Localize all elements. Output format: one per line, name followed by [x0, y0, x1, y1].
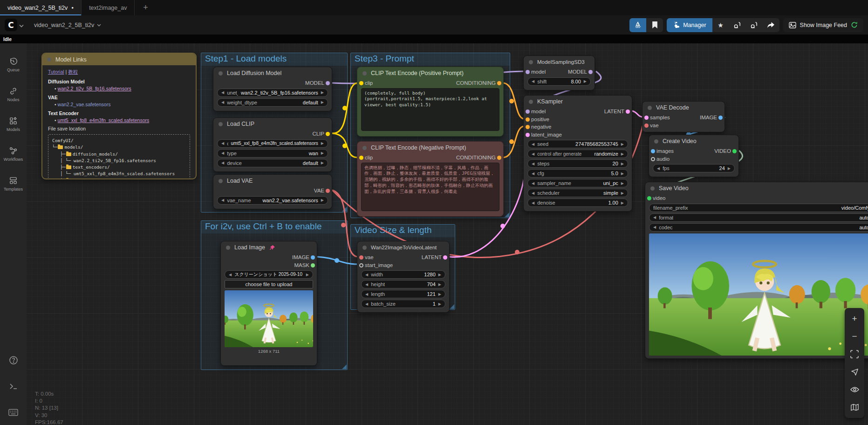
choose-file-button[interactable]: choose file to upload	[225, 280, 313, 288]
output-port-video[interactable]	[732, 149, 737, 153]
node-wan22-image-to-video-latent[interactable]: Wan22ImageToVideoLatent vae LATENT start…	[357, 241, 450, 313]
output-port-model[interactable]	[326, 81, 330, 85]
model-link[interactable]: wan2.2_ti2v_5B_fp16.safetensors	[58, 86, 131, 91]
node-clip-text-encode-negative[interactable]: CLIP Text Encode (Negative Prompt) clip …	[357, 141, 504, 217]
widget-denoise[interactable]: ◀denoise1.00▶	[527, 199, 628, 207]
output-port-latent[interactable]	[443, 255, 447, 260]
input-port-clip[interactable]	[359, 81, 363, 85]
collapse-dot[interactable]	[529, 60, 533, 64]
output-port-model[interactable]	[588, 70, 593, 74]
node-vae-decode[interactable]: VAE Decode samples IMAGE vae	[642, 101, 725, 132]
collapse-dot[interactable]	[362, 71, 367, 75]
widget-steps[interactable]: ◀steps20▶	[527, 159, 628, 168]
node-ksampler[interactable]: KSampler model LATENT positive negative …	[523, 95, 632, 212]
group-title[interactable]: Video Size & length	[351, 225, 455, 237]
sidebar-item-templates[interactable]: Templates	[0, 169, 27, 198]
widget-weight-dtype[interactable]: ◀weight_dtypedefault▶	[217, 98, 328, 107]
widget-scheduler[interactable]: ◀schedulersimple▶	[527, 189, 628, 197]
collapse-dot[interactable]	[529, 100, 533, 104]
widget-fps[interactable]: ◀fps24▶	[653, 164, 735, 172]
terminal-button[interactable]	[0, 374, 27, 399]
sidebar-item-workflows[interactable]: Workflows	[0, 139, 27, 168]
widget-batch-size[interactable]: ◀batch_size1▶	[361, 300, 445, 308]
input-port-vae[interactable]	[359, 255, 363, 260]
video-preview[interactable]	[649, 233, 868, 356]
output-port-image[interactable]	[311, 255, 315, 260]
widget-shift[interactable]: ◀shift8.00▶	[527, 77, 591, 86]
collapse-dot[interactable]	[362, 246, 367, 250]
widget-codec[interactable]: ◀codecauto▶	[649, 223, 868, 232]
group-title[interactable]: For i2v, use Ctrl + B to enable	[201, 221, 347, 233]
node-load-vae[interactable]: Load VAE VAE ◀vae_namewan2.2_vae.safeten…	[213, 174, 332, 209]
widget-format[interactable]: ◀formatauto▶	[649, 213, 868, 222]
input-port-audio[interactable]	[651, 157, 655, 161]
input-port-negative[interactable]	[526, 125, 530, 129]
output-port-mask[interactable]	[311, 263, 315, 267]
sidebar-item-models[interactable]: Models	[0, 110, 27, 138]
widget-height[interactable]: ◀height704▶	[361, 280, 445, 288]
node-load-image[interactable]: Load Image IMAGE MASK ◀スクリーンショット 2025-09…	[220, 241, 317, 366]
model-link[interactable]: wan2.2_vae.safetensors	[58, 102, 111, 107]
output-port-conditioning[interactable]	[497, 156, 501, 160]
input-port-vae[interactable]	[644, 123, 649, 128]
widget-length[interactable]: ◀length121▶	[361, 290, 445, 298]
collapse-dot[interactable]	[648, 106, 652, 110]
widget-sampler-name[interactable]: ◀sampler_nameuni_pc▶	[527, 179, 628, 187]
collapse-dot[interactable]	[362, 146, 367, 150]
collapse-dot[interactable]	[226, 246, 230, 250]
new-tab-button[interactable]: +	[135, 0, 156, 15]
help-button[interactable]	[0, 348, 27, 373]
collapse-dot[interactable]	[219, 179, 223, 183]
input-port-model[interactable]	[526, 70, 530, 74]
shortcuts-button[interactable]	[0, 400, 27, 425]
note-node-model-links[interactable]: Model Links Tutorial | 教程 Diffusion Mode…	[41, 53, 197, 179]
node-save-video[interactable]: Save Video video filename_prefixvideo/Co…	[645, 182, 868, 359]
widget-cfg[interactable]: ◀cfg5.0▶	[527, 169, 628, 178]
collapse-dot[interactable]	[650, 186, 655, 191]
input-port-video[interactable]	[647, 196, 651, 200]
sidebar-item-nodes[interactable]: Nodes	[0, 80, 27, 109]
output-port-image[interactable]	[718, 116, 723, 120]
input-port-samples[interactable]	[644, 116, 649, 120]
workflow-name-dropdown[interactable]: video_wan2_2_5B_ti2v	[34, 22, 101, 28]
prompt-textarea[interactable]: 色调艳丽，过曝，静态，细节模糊不清，字幕，风格，作品，画作，画面，静止，整体发灰…	[361, 163, 499, 211]
sail-icon-button[interactable]	[629, 18, 646, 32]
minimap-button[interactable]	[847, 399, 862, 415]
toggle-link-visibility-button[interactable]	[847, 382, 862, 398]
node-clip-text-encode-positive[interactable]: CLIP Text Encode (Positive Prompt) clip …	[357, 67, 504, 137]
input-port-start-image[interactable]	[359, 263, 363, 267]
collapse-dot[interactable]	[654, 139, 658, 144]
share-button[interactable]	[763, 18, 779, 32]
output-port-vae[interactable]	[326, 189, 330, 193]
node-model-sampling-sd3[interactable]: ModelSamplingSD3 model MODEL ◀shift8.00▶	[523, 55, 595, 90]
model-link[interactable]: umt5_xxl_fp8_e4m3fn_scaled.safetensors	[58, 117, 150, 123]
widget-image-select[interactable]: ◀スクリーンショット 2025-09-10 ...▶	[225, 270, 313, 279]
node-create-video[interactable]: Create Video images VIDEO audio ◀fps24▶	[649, 135, 739, 177]
node-load-diffusion-model[interactable]: Load Diffusion Model MODEL ◀unet_namewan…	[213, 67, 332, 111]
tab-text2image[interactable]: text2image_av	[82, 0, 135, 15]
widget-control-after-generate[interactable]: ◀control after generaterandomize▶	[527, 150, 628, 158]
widget-type[interactable]: ◀typewan▶	[217, 149, 328, 158]
output-port-clip[interactable]	[326, 132, 330, 136]
vacuum-button-1[interactable]	[729, 18, 746, 32]
group-title[interactable]: Step3 - Prompt	[351, 53, 510, 66]
star-button[interactable]: ★	[712, 18, 729, 32]
select-mode-button[interactable]	[847, 364, 862, 380]
fit-view-button[interactable]	[847, 346, 862, 362]
sidebar-item-queue[interactable]: Queue	[0, 50, 27, 79]
widget-vae-name[interactable]: ◀vae_namewan2.2_vae.safetensors▶	[217, 196, 328, 205]
node-load-clip[interactable]: Load CLIP CLIP ◀clip_...umt5_xxl_fp8_e4m…	[213, 117, 332, 172]
tutorial-link-cn[interactable]: 教程	[68, 69, 78, 75]
widget-seed[interactable]: ◀seed274785682553745▶	[527, 140, 628, 148]
collapse-dot[interactable]	[219, 122, 223, 126]
tutorial-link[interactable]: Tutorial	[48, 69, 64, 75]
node-graph-canvas[interactable]: Step1 - Load models Step3 - Prompt For i…	[27, 43, 868, 425]
widget-width[interactable]: ◀width1280▶	[361, 270, 445, 279]
output-port-latent[interactable]	[626, 110, 630, 114]
widget-unet-name[interactable]: ◀unet_namewan2.2_ti2v_5B_fp16.safetensor…	[217, 89, 328, 97]
manager-button[interactable]: Manager	[667, 18, 712, 32]
collapse-dot[interactable]	[47, 57, 51, 62]
vacuum-button-2[interactable]	[746, 18, 763, 32]
input-port-images[interactable]	[651, 149, 655, 153]
comfyui-logo[interactable]: C	[5, 19, 17, 31]
